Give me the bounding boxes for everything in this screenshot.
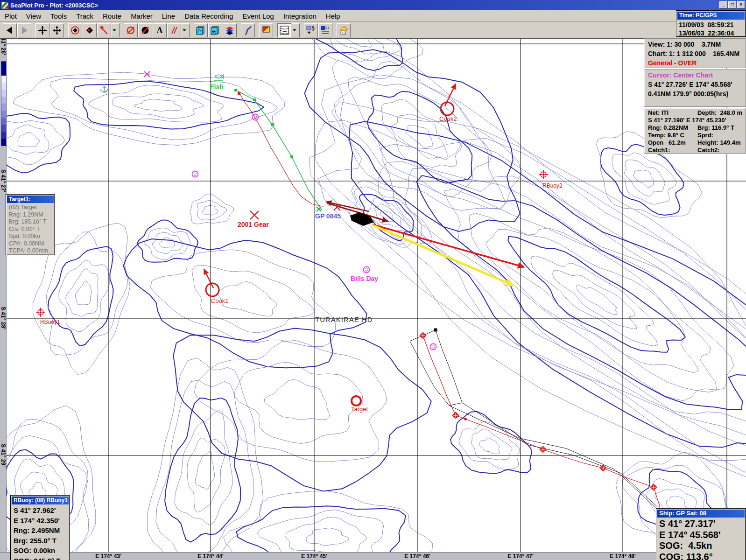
- contour-line: [359, 194, 413, 240]
- zoom-out-button[interactable]: [124, 23, 138, 37]
- diamond-marker[interactable]: [419, 332, 427, 339]
- menu-event-log[interactable]: Event Log: [238, 11, 279, 21]
- page-prev-icon: [5, 25, 15, 35]
- waypoint-square: [434, 329, 437, 332]
- ship-panel-header[interactable]: Ship: GP Sat: 08: [657, 510, 745, 518]
- net-cell: Rng: 0.282NM: [644, 124, 694, 132]
- rbuoy-row: E 174° 42.350': [11, 516, 70, 526]
- time-panel-header[interactable]: Time: PC/GPS: [677, 12, 745, 20]
- toolbar: A: [0, 22, 746, 38]
- center-ship-button[interactable]: [35, 23, 49, 37]
- depth-scale-segment: [1, 90, 6, 97]
- seaplot-window: SeaPlot Pro - Plot: <2003CSC> _□× PlotVi…: [0, 0, 746, 560]
- menu-help[interactable]: Help: [321, 11, 345, 21]
- target-marker-button[interactable]: [68, 23, 82, 37]
- smiley-marker[interactable]: [430, 344, 436, 350]
- draw-line-button[interactable]: [97, 23, 111, 37]
- diamond-marker[interactable]: [452, 412, 459, 419]
- circle-marker[interactable]: [352, 396, 361, 406]
- contour-line: [332, 51, 521, 210]
- menu-plot[interactable]: Plot: [0, 11, 21, 21]
- diamond-marker[interactable]: [650, 483, 657, 491]
- parallel-index-icon: [169, 25, 179, 35]
- contour-line: [508, 237, 686, 352]
- smiley-marker[interactable]: [253, 114, 259, 120]
- x-marker[interactable]: [334, 204, 340, 210]
- x-marker[interactable]: [317, 207, 321, 211]
- contour-line: [348, 77, 492, 196]
- target-row: TCPA: 0.00min: [6, 247, 55, 255]
- diamond-marker[interactable]: [539, 446, 547, 453]
- chart-label: Cook2: [439, 115, 457, 122]
- pattern-dropdown-button[interactable]: [292, 23, 300, 37]
- smiley-marker[interactable]: [364, 267, 370, 273]
- chart-labels: Fish2001 GearGP 0845Bills DayCook1Cook2R…: [0, 39, 746, 560]
- page-next-button[interactable]: [17, 23, 31, 37]
- net-monitor-button[interactable]: [304, 23, 318, 37]
- weather-button[interactable]: [337, 23, 351, 37]
- contour-line: [152, 232, 183, 253]
- rbuoy-info-panel: RBuoy: (08) RBuoy1 S 41° 27.962'E 174° 4…: [10, 495, 70, 560]
- depth-scale-segment: [1, 97, 6, 104]
- title-bar[interactable]: SeaPlot Pro - Plot: <2003CSC> _□×: [0, 0, 746, 10]
- bathymetry-contours: [7, 39, 746, 553]
- radio-buoy-marker[interactable]: [539, 170, 548, 179]
- contour-line: [123, 239, 366, 368]
- rbuoy-panel-header[interactable]: RBuoy: (08) RBuoy1: [12, 497, 69, 504]
- zoom-in-button[interactable]: [138, 23, 152, 37]
- contour-line: [156, 380, 254, 553]
- contour-line: [75, 281, 91, 305]
- parallel-index-button[interactable]: [167, 23, 181, 37]
- contour-line: [237, 506, 406, 553]
- annotate-text-button[interactable]: A: [153, 23, 167, 37]
- menu-view[interactable]: View: [21, 11, 46, 21]
- time-panel: Time: PC/GPS 11/09/03 08:59:2113/06/03 2…: [676, 10, 746, 37]
- lat-tick-label: S 41° 27': [0, 163, 7, 199]
- page-prev-button[interactable]: [3, 23, 17, 37]
- chart-label: Cook1: [211, 297, 229, 304]
- x-marker[interactable]: [250, 211, 259, 219]
- menu-route[interactable]: Route: [98, 11, 126, 21]
- close-button[interactable]: ×: [737, 1, 745, 8]
- line-dropdown-button[interactable]: [112, 23, 120, 37]
- circle-marker[interactable]: [441, 102, 454, 115]
- contour-line: [367, 91, 472, 183]
- contour-line: [459, 421, 520, 469]
- menu-line[interactable]: Line: [157, 11, 180, 21]
- diamond-marker[interactable]: [599, 464, 607, 472]
- chart-view-1-button[interactable]: [194, 23, 208, 37]
- depth-scale-segment: [1, 69, 6, 76]
- rbuoy-row: Rng: 2.495NM: [11, 525, 70, 536]
- contour-line: [159, 238, 175, 248]
- minimize-button[interactable]: _: [719, 1, 727, 8]
- chart-view-2-button[interactable]: [208, 23, 222, 37]
- track-config-button[interactable]: [318, 23, 332, 37]
- gear-track: [239, 93, 330, 206]
- chart-label: 2001 Gear: [238, 221, 269, 228]
- pan-expand-button[interactable]: [50, 23, 64, 37]
- smiley-marker[interactable]: [192, 171, 198, 177]
- circle-marker[interactable]: [206, 283, 219, 296]
- chart-area[interactable]: ⚓ Fish2001 GearGP 0845Bills DayCook1Cook…: [0, 38, 746, 560]
- menu-tools[interactable]: Tools: [46, 11, 71, 21]
- target-panel-header[interactable]: Target1:: [7, 196, 54, 203]
- chart-layers-button[interactable]: [223, 23, 237, 37]
- contour-line: [600, 144, 684, 215]
- maximize-button[interactable]: □: [728, 1, 736, 8]
- parallel-dropdown-button[interactable]: [182, 23, 190, 37]
- chart-pattern-icon: [279, 25, 289, 35]
- x-marker[interactable]: [144, 71, 150, 77]
- depth-scale-segment: [1, 83, 6, 90]
- drop-marker-button[interactable]: [83, 23, 97, 37]
- ship-info-panel: Ship: GP Sat: 08 S 41° 27.317'E 174° 45.…: [656, 508, 746, 560]
- radio-buoy-marker[interactable]: [36, 308, 45, 317]
- menu-marker[interactable]: Marker: [126, 11, 157, 21]
- route-follow-button[interactable]: [241, 23, 255, 37]
- chart-pattern-button[interactable]: [277, 23, 291, 37]
- ship-marker[interactable]: [350, 212, 374, 226]
- contour-line: [18, 132, 40, 147]
- menu-track[interactable]: Track: [71, 11, 98, 21]
- menu-data-recording[interactable]: Data Recording: [180, 11, 238, 21]
- menu-integration[interactable]: Integration: [279, 11, 321, 21]
- event-flag-button[interactable]: [259, 23, 273, 37]
